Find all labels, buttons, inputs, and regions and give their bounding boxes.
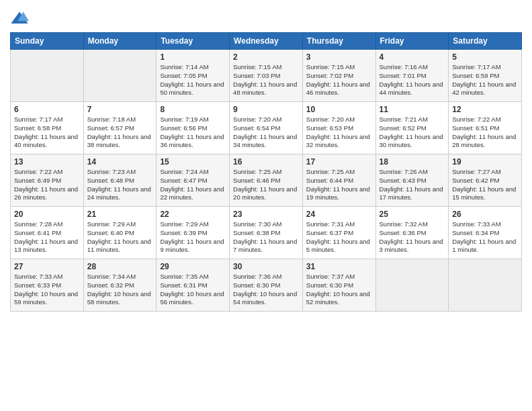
calendar-cell: 13Sunrise: 7:22 AMSunset: 6:49 PMDayligh… <box>11 154 84 207</box>
day-number: 20 <box>14 210 80 219</box>
day-number: 29 <box>160 262 226 271</box>
day-info: Sunrise: 7:27 AMSunset: 6:42 PMDaylight:… <box>452 168 518 202</box>
calendar-cell <box>375 259 449 312</box>
day-info: Sunrise: 7:32 AMSunset: 6:36 PMDaylight:… <box>380 220 445 255</box>
calendar-header-wednesday: Wednesday <box>230 33 303 50</box>
day-info: Sunrise: 7:26 AMSunset: 6:43 PMDaylight:… <box>380 168 445 202</box>
calendar-cell: 26Sunrise: 7:33 AMSunset: 6:34 PMDayligh… <box>449 207 522 259</box>
day-info: Sunrise: 7:33 AMSunset: 6:34 PMDaylight:… <box>452 220 518 255</box>
calendar-cell: 16Sunrise: 7:25 AMSunset: 6:46 PMDayligh… <box>230 154 303 207</box>
day-info: Sunrise: 7:35 AMSunset: 6:31 PMDaylight:… <box>160 273 226 307</box>
day-info: Sunrise: 7:20 AMSunset: 6:53 PMDaylight:… <box>306 116 372 150</box>
calendar-week-row: 20Sunrise: 7:28 AMSunset: 6:41 PMDayligh… <box>11 207 522 259</box>
calendar-cell <box>83 50 157 102</box>
day-number: 30 <box>233 262 299 271</box>
day-info: Sunrise: 7:23 AMSunset: 6:48 PMDaylight:… <box>87 168 153 202</box>
day-number: 10 <box>306 105 372 114</box>
day-number: 28 <box>87 262 153 271</box>
calendar-cell: 25Sunrise: 7:32 AMSunset: 6:36 PMDayligh… <box>375 207 449 259</box>
day-number: 2 <box>233 52 299 62</box>
day-info: Sunrise: 7:14 AMSunset: 7:05 PMDaylight:… <box>160 63 226 97</box>
calendar-week-row: 13Sunrise: 7:22 AMSunset: 6:49 PMDayligh… <box>11 154 522 207</box>
day-number: 19 <box>452 157 518 167</box>
day-info: Sunrise: 7:24 AMSunset: 6:47 PMDaylight:… <box>160 168 226 202</box>
day-number: 1 <box>160 52 226 62</box>
calendar-cell: 2Sunrise: 7:15 AMSunset: 7:03 PMDaylight… <box>230 50 303 102</box>
day-info: Sunrise: 7:22 AMSunset: 6:51 PMDaylight:… <box>452 116 518 150</box>
day-number: 22 <box>160 210 226 219</box>
day-info: Sunrise: 7:22 AMSunset: 6:49 PMDaylight:… <box>14 168 80 202</box>
calendar-week-row: 27Sunrise: 7:33 AMSunset: 6:33 PMDayligh… <box>11 259 522 312</box>
calendar-cell: 28Sunrise: 7:34 AMSunset: 6:32 PMDayligh… <box>83 259 157 312</box>
day-info: Sunrise: 7:25 AMSunset: 6:46 PMDaylight:… <box>233 168 299 202</box>
calendar-table: SundayMondayTuesdayWednesdayThursdayFrid… <box>10 32 522 312</box>
calendar-cell: 21Sunrise: 7:29 AMSunset: 6:40 PMDayligh… <box>83 207 157 259</box>
calendar-header-thursday: Thursday <box>302 33 375 50</box>
calendar-cell: 24Sunrise: 7:31 AMSunset: 6:37 PMDayligh… <box>302 207 375 259</box>
calendar-header-saturday: Saturday <box>449 33 522 50</box>
day-info: Sunrise: 7:29 AMSunset: 6:39 PMDaylight:… <box>160 220 226 255</box>
calendar-cell: 14Sunrise: 7:23 AMSunset: 6:48 PMDayligh… <box>83 154 157 207</box>
calendar-cell: 9Sunrise: 7:20 AMSunset: 6:54 PMDaylight… <box>230 102 303 154</box>
day-info: Sunrise: 7:34 AMSunset: 6:32 PMDaylight:… <box>87 273 153 307</box>
calendar-cell: 19Sunrise: 7:27 AMSunset: 6:42 PMDayligh… <box>449 154 522 207</box>
calendar-cell: 20Sunrise: 7:28 AMSunset: 6:41 PMDayligh… <box>11 207 84 259</box>
calendar-cell: 11Sunrise: 7:21 AMSunset: 6:52 PMDayligh… <box>375 102 449 154</box>
calendar-cell: 31Sunrise: 7:37 AMSunset: 6:30 PMDayligh… <box>302 259 375 312</box>
day-info: Sunrise: 7:15 AMSunset: 7:02 PMDaylight:… <box>306 63 372 97</box>
day-number: 14 <box>87 157 153 167</box>
calendar-week-row: 6Sunrise: 7:17 AMSunset: 6:58 PMDaylight… <box>11 102 522 154</box>
calendar-header-friday: Friday <box>375 33 449 50</box>
calendar-cell: 4Sunrise: 7:16 AMSunset: 7:01 PMDaylight… <box>375 50 449 102</box>
calendar-cell <box>11 50 84 102</box>
calendar-cell: 6Sunrise: 7:17 AMSunset: 6:58 PMDaylight… <box>11 102 84 154</box>
calendar-cell: 29Sunrise: 7:35 AMSunset: 6:31 PMDayligh… <box>157 259 230 312</box>
day-info: Sunrise: 7:17 AMSunset: 6:58 PMDaylight:… <box>14 116 80 150</box>
day-info: Sunrise: 7:20 AMSunset: 6:54 PMDaylight:… <box>233 116 299 150</box>
calendar-week-row: 1Sunrise: 7:14 AMSunset: 7:05 PMDaylight… <box>11 50 522 102</box>
day-info: Sunrise: 7:36 AMSunset: 6:30 PMDaylight:… <box>233 273 299 307</box>
day-number: 27 <box>14 262 80 271</box>
day-info: Sunrise: 7:17 AMSunset: 6:59 PMDaylight:… <box>452 63 518 97</box>
calendar-cell: 18Sunrise: 7:26 AMSunset: 6:43 PMDayligh… <box>375 154 449 207</box>
day-info: Sunrise: 7:28 AMSunset: 6:41 PMDaylight:… <box>14 220 80 255</box>
day-info: Sunrise: 7:37 AMSunset: 6:30 PMDaylight:… <box>306 273 372 307</box>
calendar-cell: 15Sunrise: 7:24 AMSunset: 6:47 PMDayligh… <box>157 154 230 207</box>
logo-icon <box>10 9 29 28</box>
calendar-cell: 8Sunrise: 7:19 AMSunset: 6:56 PMDaylight… <box>157 102 230 154</box>
day-number: 23 <box>233 210 299 219</box>
day-number: 15 <box>160 157 226 167</box>
calendar-cell: 27Sunrise: 7:33 AMSunset: 6:33 PMDayligh… <box>11 259 84 312</box>
day-number: 26 <box>452 210 518 219</box>
calendar-header-monday: Monday <box>83 33 157 50</box>
calendar-cell: 1Sunrise: 7:14 AMSunset: 7:05 PMDaylight… <box>157 50 230 102</box>
calendar-cell: 30Sunrise: 7:36 AMSunset: 6:30 PMDayligh… <box>230 259 303 312</box>
day-number: 8 <box>160 105 226 114</box>
calendar-cell: 10Sunrise: 7:20 AMSunset: 6:53 PMDayligh… <box>302 102 375 154</box>
day-info: Sunrise: 7:31 AMSunset: 6:37 PMDaylight:… <box>306 220 372 255</box>
calendar-cell: 23Sunrise: 7:30 AMSunset: 6:38 PMDayligh… <box>230 207 303 259</box>
day-info: Sunrise: 7:21 AMSunset: 6:52 PMDaylight:… <box>380 116 445 150</box>
day-number: 13 <box>14 157 80 167</box>
day-number: 24 <box>306 210 372 219</box>
calendar-cell: 22Sunrise: 7:29 AMSunset: 6:39 PMDayligh… <box>157 207 230 259</box>
day-info: Sunrise: 7:29 AMSunset: 6:40 PMDaylight:… <box>87 220 153 255</box>
day-number: 7 <box>87 105 153 114</box>
calendar-cell <box>449 259 522 312</box>
day-number: 21 <box>87 210 153 219</box>
logo <box>10 9 31 28</box>
calendar-cell: 5Sunrise: 7:17 AMSunset: 6:59 PMDaylight… <box>449 50 522 102</box>
calendar-header-sunday: Sunday <box>11 33 84 50</box>
day-number: 16 <box>233 157 299 167</box>
day-number: 4 <box>380 52 445 62</box>
calendar-cell: 7Sunrise: 7:18 AMSunset: 6:57 PMDaylight… <box>83 102 157 154</box>
day-number: 18 <box>380 157 445 167</box>
day-number: 5 <box>452 52 518 62</box>
calendar-header-row: SundayMondayTuesdayWednesdayThursdayFrid… <box>11 33 522 50</box>
day-number: 9 <box>233 105 299 114</box>
day-number: 25 <box>380 210 445 219</box>
day-info: Sunrise: 7:16 AMSunset: 7:01 PMDaylight:… <box>380 63 445 97</box>
day-info: Sunrise: 7:30 AMSunset: 6:38 PMDaylight:… <box>233 220 299 255</box>
day-number: 31 <box>306 262 372 271</box>
day-number: 3 <box>306 52 372 62</box>
